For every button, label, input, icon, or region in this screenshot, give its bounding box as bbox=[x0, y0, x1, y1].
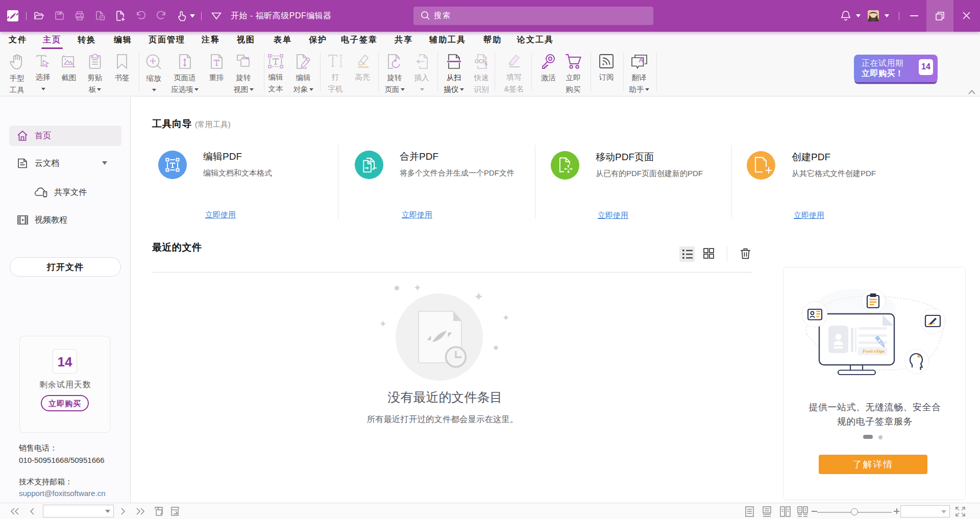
svg-text:A: A bbox=[639, 56, 644, 64]
svg-text:OCR: OCR bbox=[475, 59, 486, 64]
svg-text:Foxit eSign: Foxit eSign bbox=[862, 349, 885, 354]
